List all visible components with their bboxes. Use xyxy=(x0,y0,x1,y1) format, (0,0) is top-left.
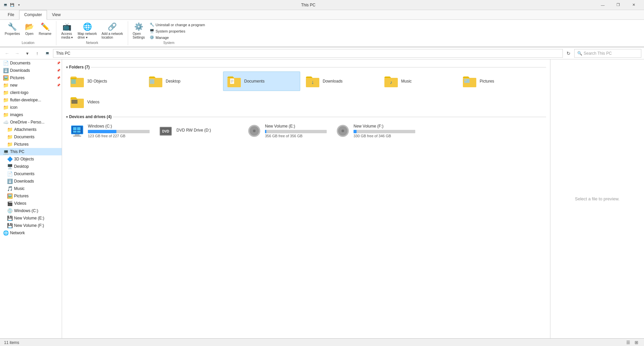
sidebar-item-new[interactable]: 📁 new 📌 xyxy=(0,82,62,89)
sidebar-item-label: Pictures xyxy=(14,142,29,147)
sidebar-item-icon[interactable]: 📁 icon xyxy=(0,104,62,111)
folder-item-downloads[interactable]: ↓ Downloads xyxy=(302,71,379,91)
large-icons-view-button[interactable]: ⊞ xyxy=(633,339,640,346)
sidebar-item-music[interactable]: 🎵 Music xyxy=(0,185,62,192)
network-icon: 🌐 xyxy=(3,230,9,236)
sidebar-item-newvolumee[interactable]: 💾 New Volume (E:) xyxy=(0,214,62,222)
sidebar-item-3dobjects[interactable]: 🔷 3D Objects xyxy=(0,155,62,163)
folder-item-pictures[interactable]: Pictures xyxy=(459,71,536,91)
details-view-button[interactable]: ☰ xyxy=(625,339,632,346)
uninstall-button[interactable]: 🔧 Uninstall or change a program xyxy=(148,22,207,28)
sidebar-item-label: Downloads xyxy=(10,68,30,73)
sidebar-item-images[interactable]: 📁 images xyxy=(0,111,62,118)
drive-bar-bg xyxy=(265,130,327,133)
sidebar-item-label: Attachments xyxy=(14,127,37,132)
system-properties-button[interactable]: 🖥️ System properties xyxy=(148,28,207,34)
drive-free-space: 123 GB free of 227 GB xyxy=(88,134,150,138)
maximize-button[interactable]: ❐ xyxy=(610,0,626,10)
svg-rect-4 xyxy=(150,79,154,84)
forward-button[interactable]: → xyxy=(13,49,21,58)
sidebar-item-label: images xyxy=(10,112,23,117)
folder-item-videos[interactable]: Videos xyxy=(66,92,143,112)
svg-rect-25 xyxy=(77,131,80,133)
folder-item-documents[interactable]: Documents xyxy=(223,71,300,91)
search-box[interactable]: 🔍 Search This PC xyxy=(574,49,641,58)
sidebar-item-label: New Volume (E:) xyxy=(14,216,44,220)
folder-icon: 📄 xyxy=(3,60,9,66)
sidebar-item-videos[interactable]: 🎬 Videos xyxy=(0,200,62,207)
sidebar-item-thispc[interactable]: 💻 This PC xyxy=(0,148,62,155)
folders-section-label: Folders (7) xyxy=(69,65,90,69)
drive-bar-fill xyxy=(88,130,116,133)
sidebar-item-flutter[interactable]: 📁 flutter-develope... xyxy=(0,96,62,104)
sidebar-item-attachments[interactable]: 📁 Attachments xyxy=(0,126,62,133)
add-network-location-button[interactable]: 🔗 Add a networklocation xyxy=(100,22,125,40)
ribbon-tab-file[interactable]: File xyxy=(3,10,19,19)
sidebar-item-documents3[interactable]: 📄 Documents xyxy=(0,170,62,178)
drive-bar-fill xyxy=(354,130,357,133)
minimize-button[interactable]: — xyxy=(595,0,610,10)
drive-item-windowsc[interactable]: Windows (C:) 123 GB free of 227 GB xyxy=(66,121,153,141)
open-settings-button[interactable]: ⚙️ OpenSettings xyxy=(131,22,147,40)
properties-button[interactable]: 🔧 Properties xyxy=(3,22,22,40)
recent-locations-button[interactable]: ▾ xyxy=(23,49,32,58)
pin-icon: 📌 xyxy=(57,76,60,80)
sidebar-item-downloads2[interactable]: ⬇️ Downloads xyxy=(0,178,62,185)
sidebar-item-windowsc[interactable]: 💿 Windows (C:) xyxy=(0,207,62,214)
sidebar-item-downloads-pinned[interactable]: ⬇️ Downloads 📌 xyxy=(0,67,62,74)
folder-icon: 📁 xyxy=(7,127,13,132)
sidebar-item-pictures2[interactable]: 📁 Pictures xyxy=(0,141,62,148)
sidebar-item-documents2[interactable]: 📁 Documents xyxy=(0,133,62,141)
folder-item-desktop[interactable]: Desktop xyxy=(145,71,222,91)
breadcrumb-start: 💻 xyxy=(43,49,52,58)
3dobjects-icon: 🔷 xyxy=(7,156,13,162)
close-button[interactable]: ✕ xyxy=(626,0,641,10)
sidebar-item-pictures3[interactable]: 🖼️ Pictures xyxy=(0,192,62,200)
settings-icon: ⚙️ xyxy=(134,22,143,31)
folder-item-3dobjects[interactable]: 3D Objects xyxy=(66,71,143,91)
map-network-drive-button[interactable]: 🌐 Map networkdrive ▾ xyxy=(75,22,99,40)
drive-icon: 💾 xyxy=(7,215,13,221)
onedrive-icon: ☁️ xyxy=(3,119,9,125)
drive-free-space: 330 GB free of 346 GB xyxy=(354,134,415,138)
folder-music-icon: ♪ xyxy=(384,74,398,89)
open-button[interactable]: 📂 Open xyxy=(23,22,36,40)
drive-bar-bg xyxy=(354,130,415,133)
sidebar-item-newvolumef[interactable]: 💾 New Volume (F:) xyxy=(0,222,62,229)
drive-item-newvolumef[interactable]: New Volume (F:) 330 GB free of 346 GB xyxy=(332,121,419,141)
drive-info: DVD RW Drive (D:) xyxy=(176,128,238,134)
refresh-button[interactable]: ↻ xyxy=(564,49,573,58)
drive-icon: 💿 xyxy=(7,208,13,213)
quick-access-save[interactable]: 💾 xyxy=(9,2,15,8)
rename-button[interactable]: ✏️ Rename xyxy=(37,22,54,40)
pin-icon: 📌 xyxy=(57,69,60,72)
ribbon-tab-computer[interactable]: Computer xyxy=(19,10,47,20)
svg-rect-27 xyxy=(73,136,81,137)
access-media-button[interactable]: 📺 Accessmedia ▾ xyxy=(59,22,75,40)
sidebar-item-pictures-pinned[interactable]: 🖼️ Pictures 📌 xyxy=(0,74,62,82)
devices-section-header: ▾ Devices and drives (4) xyxy=(66,114,546,119)
item-count: 11 items xyxy=(4,340,19,345)
svg-text:↓: ↓ xyxy=(311,79,314,85)
drive-item-newvolumee[interactable]: New Volume (E:) 356 GB free of 356 GB xyxy=(243,121,330,141)
svg-rect-23 xyxy=(77,127,80,130)
drive-item-dvd[interactable]: DVD DVD RW Drive (D:) xyxy=(155,121,242,141)
quick-access-dropdown[interactable]: ▾ xyxy=(16,2,21,8)
sidebar-item-desktop[interactable]: 🖥️ Desktop xyxy=(0,163,62,170)
manage-button[interactable]: ⚙️ Manage xyxy=(148,35,207,40)
address-box[interactable]: This PC xyxy=(53,49,563,58)
sidebar-item-onedrive[interactable]: ☁️ OneDrive - Perso... xyxy=(0,118,62,126)
back-button[interactable]: ← xyxy=(3,49,11,58)
sidebar-item-network[interactable]: 🌐 Network xyxy=(0,229,62,237)
sidebar-item-documents-pinned[interactable]: 📄 Documents 📌 xyxy=(0,59,62,67)
up-button[interactable]: ↑ xyxy=(33,49,42,58)
folder-name: Desktop xyxy=(166,79,180,84)
folders-collapse-toggle[interactable]: ▾ xyxy=(66,65,68,69)
ribbon-group-location: 🔧 Properties 📂 Open ✏️ Rename Location xyxy=(3,21,56,45)
folder-item-music[interactable]: ♪ Music xyxy=(380,71,457,91)
sidebar-item-client-logo[interactable]: 📁 client-logo xyxy=(0,89,62,96)
ribbon-tab-view[interactable]: View xyxy=(47,10,66,19)
ribbon-tabs: File Computer View xyxy=(0,10,644,20)
sidebar-item-label: Network xyxy=(10,231,25,235)
devices-collapse-toggle[interactable]: ▾ xyxy=(66,115,68,119)
